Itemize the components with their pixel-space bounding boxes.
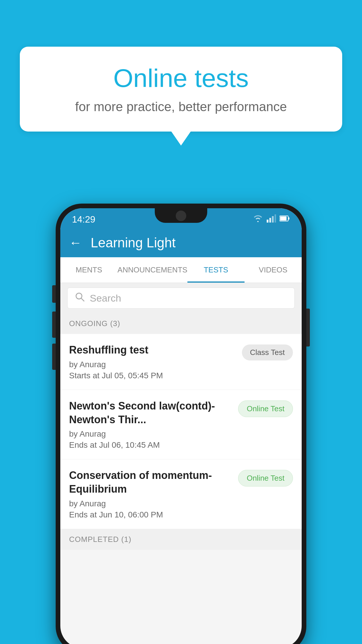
- tab-announcements[interactable]: ANNOUNCEMENTS: [117, 257, 187, 283]
- search-input[interactable]: Search: [90, 293, 121, 304]
- test-item[interactable]: Newton's Second law(contd)-Newton's Thir…: [60, 390, 302, 460]
- test-author: by Anurag: [69, 360, 236, 369]
- tabs-bar: MENTS ANNOUNCEMENTS TESTS VIDEOS: [60, 257, 302, 283]
- battery-icon: [280, 215, 290, 224]
- search-box[interactable]: Search: [67, 288, 295, 309]
- volume-down-button: [52, 312, 56, 338]
- bubble-title: Online tests: [43, 64, 319, 92]
- test-title: Reshuffling test: [69, 343, 236, 357]
- status-icons: [253, 214, 290, 225]
- test-title: Newton's Second law(contd)-Newton's Thir…: [69, 399, 232, 427]
- test-badge: Online Test: [238, 400, 293, 417]
- silent-button: [52, 344, 56, 370]
- test-author: by Anurag: [69, 499, 232, 508]
- svg-rect-1: [269, 218, 271, 223]
- test-list: Reshuffling test by Anurag Starts at Jul…: [60, 334, 302, 529]
- speech-bubble-container: Online tests for more practice, better p…: [20, 47, 342, 132]
- test-info: Conservation of momentum-Equilibrium by …: [69, 469, 238, 519]
- svg-line-8: [81, 298, 84, 301]
- search-container: Search: [60, 283, 302, 313]
- test-item[interactable]: Reshuffling test by Anurag Starts at Jul…: [60, 334, 302, 390]
- power-button: [306, 309, 310, 346]
- svg-point-7: [76, 293, 82, 299]
- app-bar: ← Learning Light: [60, 228, 302, 257]
- search-icon: [75, 292, 85, 305]
- svg-rect-0: [267, 220, 268, 223]
- svg-rect-3: [275, 214, 276, 223]
- test-title: Conservation of momentum-Equilibrium: [69, 469, 232, 496]
- test-badge: Online Test: [238, 470, 293, 487]
- svg-rect-5: [288, 217, 289, 220]
- test-info: Newton's Second law(contd)-Newton's Thir…: [69, 399, 238, 450]
- test-time: Ends at Jun 10, 06:00 PM: [69, 510, 232, 519]
- speech-bubble: Online tests for more practice, better p…: [20, 47, 342, 132]
- bubble-subtitle: for more practice, better performance: [43, 99, 319, 114]
- ongoing-section-header: ONGOING (3): [60, 313, 302, 334]
- phone-screen: 14:29: [60, 208, 302, 644]
- tab-videos[interactable]: VIDEOS: [245, 257, 302, 283]
- test-info: Reshuffling test by Anurag Starts at Jul…: [69, 343, 242, 380]
- svg-rect-2: [272, 216, 274, 223]
- wifi-icon: [253, 214, 263, 225]
- test-time: Starts at Jul 05, 05:45 PM: [69, 371, 236, 380]
- completed-section-header: COMPLETED (1): [60, 529, 302, 550]
- volume-up-button: [52, 285, 56, 303]
- status-time: 14:29: [72, 214, 95, 225]
- phone-frame: 14:29: [56, 204, 306, 644]
- signal-icon: [267, 214, 276, 225]
- phone-notch: [155, 208, 207, 223]
- test-author: by Anurag: [69, 429, 232, 439]
- tab-ments[interactable]: MENTS: [60, 257, 117, 283]
- test-item[interactable]: Conservation of momentum-Equilibrium by …: [60, 459, 302, 529]
- back-button[interactable]: ←: [69, 235, 82, 250]
- test-badge: Class Test: [242, 344, 293, 360]
- tab-tests[interactable]: TESTS: [187, 257, 245, 283]
- test-time: Ends at Jul 06, 10:45 AM: [69, 440, 232, 450]
- svg-rect-6: [280, 216, 287, 220]
- app-title: Learning Light: [91, 235, 176, 251]
- front-camera: [176, 211, 186, 221]
